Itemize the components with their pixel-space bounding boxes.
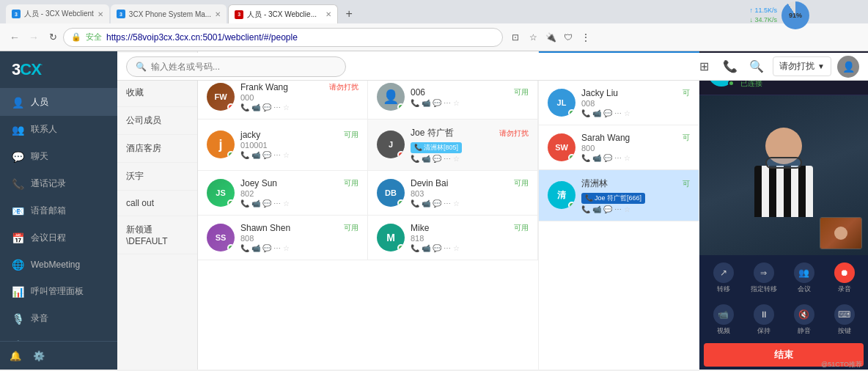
jl-call-icon[interactable]: 📞 xyxy=(581,109,590,117)
qz-chat-icon[interactable]: 💬 xyxy=(603,205,612,213)
person-card-sarah[interactable]: SW Sarah Wang 可 800 📞 📹 💬 ⋯ ☆ xyxy=(539,125,699,170)
joey-star-icon[interactable]: ☆ xyxy=(283,199,290,207)
transfer-btn[interactable]: ↗ 转移 xyxy=(704,258,743,298)
user-avatar[interactable]: 👤 xyxy=(837,56,859,78)
tab3-close[interactable]: ✕ xyxy=(326,10,331,18)
refresh-btn[interactable]: ↻ xyxy=(44,29,62,46)
tab-2[interactable]: 3 3CX Phone System Ma... ✕ xyxy=(111,4,227,23)
sidebar-item-callcenter[interactable]: 📊 呼叫管理面板 xyxy=(0,278,117,305)
address-bar[interactable]: 🔒 安全 https://58voip3cx.3cx.cn:5001/webcl… xyxy=(63,28,503,47)
person-card-jacky[interactable]: j jacky 可用 010001 📞 📹 💬 ⋯ ☆ xyxy=(198,120,368,171)
nav-star-icon[interactable]: ☆ xyxy=(525,29,541,45)
directed-transfer-btn[interactable]: ⇒ 指定转移 xyxy=(744,258,783,298)
sw-chat-icon[interactable]: 💬 xyxy=(603,154,612,162)
joey-chat-icon[interactable]: 💬 xyxy=(262,199,271,207)
group-company[interactable]: 公司成员 xyxy=(117,107,197,135)
jacky-call-icon[interactable]: 📞 xyxy=(240,151,249,159)
record-btn[interactable]: ⏺ 录音 xyxy=(825,258,864,298)
shawn-more-icon[interactable]: ⋯ xyxy=(273,244,281,252)
person-card-devin[interactable]: DB Devin Bai 可用 803 📞 📹 💬 ⋯ ☆ xyxy=(368,171,538,216)
mike-call-icon[interactable]: 📞 xyxy=(411,244,419,252)
sidebar-item-chat[interactable]: 💬 聊天 xyxy=(0,143,117,170)
person-card-joe[interactable]: J Joe 符广哲 请勿打扰 📞 清洲林[805] xyxy=(368,120,538,171)
joey-video-icon[interactable]: 📹 xyxy=(251,199,260,207)
tab2-close[interactable]: ✕ xyxy=(215,10,221,18)
back-btn[interactable]: ← xyxy=(6,29,23,46)
video-btn[interactable]: 📹 视频 xyxy=(704,300,743,340)
frank-call-icon[interactable]: 📞 xyxy=(240,103,249,111)
006-star-icon[interactable]: ☆ xyxy=(453,99,460,107)
nav-cast-icon[interactable]: ⊡ xyxy=(507,29,523,45)
new-tab-btn[interactable]: + xyxy=(339,4,358,23)
shawn-video-icon[interactable]: 📹 xyxy=(251,244,260,252)
mute-btn[interactable]: 🔇 静音 xyxy=(784,300,823,340)
mike-star-icon[interactable]: ☆ xyxy=(453,244,460,252)
sidebar-item-settings[interactable]: ⚙️ 设置 xyxy=(0,332,117,341)
devin-call-icon[interactable]: 📞 xyxy=(411,199,419,207)
qz-star-icon[interactable]: ☆ xyxy=(624,205,630,213)
group-woyu[interactable]: 沃宇 xyxy=(117,163,197,191)
devin-star-icon[interactable]: ☆ xyxy=(453,199,460,207)
person-card-jacky-liu[interactable]: JL Jacky Liu 可 008 📞 📹 💬 ⋯ ☆ xyxy=(539,81,699,125)
mike-chat-icon[interactable]: 💬 xyxy=(433,244,441,252)
sw-star-icon[interactable]: ☆ xyxy=(624,154,630,162)
joe-video-icon[interactable]: 📹 xyxy=(422,155,430,163)
tab-1[interactable]: 3 人员 - 3CX Webclient ✕ xyxy=(6,4,109,23)
person-card-shawn[interactable]: SS Shawn Shen 可用 808 📞 📹 💬 ⋯ ☆ xyxy=(198,216,368,260)
joe-star-icon[interactable]: ☆ xyxy=(453,155,460,163)
006-chat-icon[interactable]: 💬 xyxy=(433,99,441,107)
hold-btn[interactable]: ⏸ 保持 xyxy=(744,300,783,340)
notification-btn[interactable]: 🔔 xyxy=(6,346,25,365)
search-header-icon[interactable]: 🔍 xyxy=(746,56,767,77)
devin-more-icon[interactable]: ⋯ xyxy=(444,199,451,207)
sidebar-item-voicemail[interactable]: 📧 语音邮箱 xyxy=(0,197,117,224)
person-card-joey[interactable]: JS Joey Sun 可用 802 📞 📹 💬 ⋯ ☆ xyxy=(198,171,368,216)
frank-star-icon[interactable]: ☆ xyxy=(283,103,290,111)
nav-shield-icon[interactable]: 🛡 xyxy=(560,29,576,45)
sw-video-icon[interactable]: 📹 xyxy=(592,154,601,162)
jl-star-icon[interactable]: ☆ xyxy=(624,109,630,117)
devin-video-icon[interactable]: 📹 xyxy=(422,199,430,207)
jacky-more-icon[interactable]: ⋯ xyxy=(273,151,281,159)
sidebar-item-calls[interactable]: 📞 通话记录 xyxy=(0,170,117,197)
joe-call-icon[interactable]: 📞 xyxy=(411,155,419,163)
global-search-input[interactable] xyxy=(151,62,336,72)
006-more-icon[interactable]: ⋯ xyxy=(444,99,451,107)
006-video-icon[interactable]: 📹 xyxy=(422,99,430,107)
frank-video-icon[interactable]: 📹 xyxy=(251,103,260,111)
sidebar-item-contacts[interactable]: 👥 联系人 xyxy=(0,116,117,143)
nav-ext-icon[interactable]: 🔌 xyxy=(542,29,559,45)
devin-chat-icon[interactable]: 💬 xyxy=(433,199,441,207)
mike-more-icon[interactable]: ⋯ xyxy=(444,244,451,252)
settings-bottom-btn[interactable]: ⚙️ xyxy=(29,346,48,365)
jacky-video-icon[interactable]: 📹 xyxy=(251,151,260,159)
frank-more-icon[interactable]: ⋯ xyxy=(273,103,281,111)
person-card-006[interactable]: 👤 006 可用 📞 📹 💬 ⋯ ☆ xyxy=(368,75,538,120)
qz-call-icon[interactable]: 📞 xyxy=(581,205,590,213)
person-card-qingzhou[interactable]: 清 清洲林 可 📞 Joe 符广哲[666] 📞 📹 💬 xyxy=(539,170,699,221)
jl-more-icon[interactable]: ⋯ xyxy=(614,109,622,117)
jl-chat-icon[interactable]: 💬 xyxy=(603,109,612,117)
forward-btn[interactable]: → xyxy=(25,29,43,46)
sw-more-icon[interactable]: ⋯ xyxy=(614,154,622,162)
phone-icon[interactable]: 📞 xyxy=(720,56,740,77)
sw-call-icon[interactable]: 📞 xyxy=(581,154,590,162)
grid-icon[interactable]: ⊞ xyxy=(694,56,714,77)
sidebar-item-webmeeting[interactable]: 🌐 WebMeeting xyxy=(0,251,117,278)
group-hotel[interactable]: 酒店客房 xyxy=(117,135,197,163)
jl-video-icon[interactable]: 📹 xyxy=(592,109,601,117)
group-callout[interactable]: call out xyxy=(117,191,197,216)
global-search-bar[interactable]: 🔍 xyxy=(126,56,346,77)
tab-3-active[interactable]: 3 人员 - 3CX Webclie... ✕ xyxy=(228,4,338,23)
joey-call-icon[interactable]: 📞 xyxy=(240,199,249,207)
joey-more-icon[interactable]: ⋯ xyxy=(273,199,281,207)
shawn-call-icon[interactable]: 📞 xyxy=(240,244,249,252)
keypad-btn[interactable]: ⌨ 按键 xyxy=(825,300,864,340)
shawn-chat-icon[interactable]: 💬 xyxy=(262,244,271,252)
group-xinlingtong[interactable]: 新领通\DEFAULT xyxy=(117,216,197,254)
conference-btn[interactable]: 👥 会议 xyxy=(784,258,823,298)
nav-menu-icon[interactable]: ⋮ xyxy=(578,29,594,45)
sidebar-item-people[interactable]: 👤 人员 xyxy=(0,89,117,116)
sidebar-item-calendar[interactable]: 📅 会议日程 xyxy=(0,224,117,251)
joe-more-icon[interactable]: ⋯ xyxy=(444,155,451,163)
